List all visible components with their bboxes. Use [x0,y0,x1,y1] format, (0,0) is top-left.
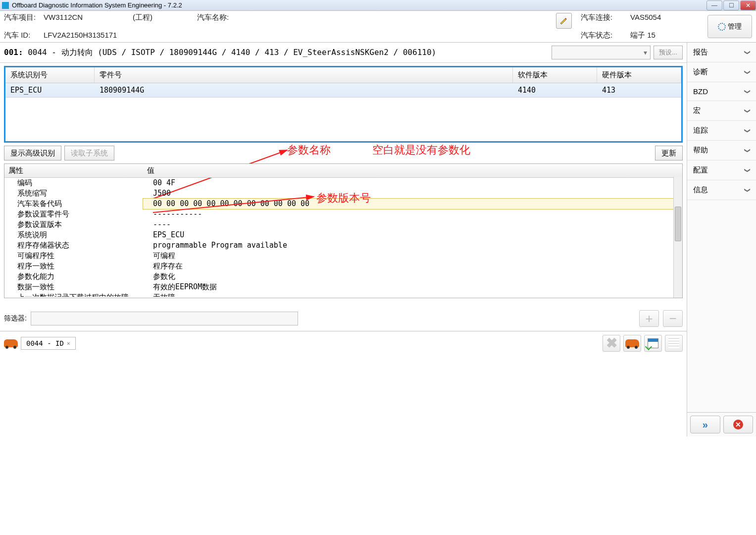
prop-value: 有效的EEPROM数据 [143,282,682,292]
gear-icon [718,23,726,31]
preset-combo[interactable]: ▾ [552,46,651,59]
sidebar-item-label: 追踪 [693,126,708,135]
sidebar-item[interactable]: 追踪❯ [687,121,756,141]
id-label: 汽车 ID: [4,31,44,40]
pencil-icon [559,16,568,25]
edit-name-button[interactable] [556,13,572,29]
chevron-down-icon: ❯ [744,148,751,153]
property-row[interactable]: 编码00 4F [4,178,682,188]
prop-value: ----------- [143,209,682,219]
close-button[interactable]: ✕ [740,0,756,10]
prop-value: 参数化 [143,271,682,282]
tab-close-icon[interactable]: ✕ [67,340,70,347]
expand-button[interactable]: » [690,416,720,433]
sidebar-item[interactable]: 报告❯ [687,43,756,62]
mid-button-row: 显示高级识别 读取子系统 参数名称 空白就是没有参数化 更新 [0,143,687,163]
path-prefix: 001: [4,48,23,57]
property-row[interactable]: 系统缩写J500 [4,188,682,199]
id-value: LFV2A2150H3135171 [44,31,556,40]
cancel-button[interactable]: ✕ [723,416,754,433]
manage-button[interactable]: 管理 [707,15,752,38]
project-label: 汽车项目: [4,13,44,29]
scrollbar[interactable] [673,177,682,298]
add-button[interactable]: + [639,310,659,327]
car-icon [4,339,18,347]
preset-button[interactable]: 预设... [654,46,683,59]
property-row[interactable]: 系统说明EPS_ECU [4,230,682,240]
sidebar: 报告❯诊断❯BZD❯宏❯追踪❯帮助❯配置❯信息❯ » ✕ [687,43,756,436]
chevron-down-icon: ❯ [744,128,751,133]
filter-label: 筛选器: [4,314,27,323]
sidebar-item[interactable]: 帮助❯ [687,141,756,160]
chevron-down-icon: ❯ [744,108,751,113]
show-advanced-button[interactable]: 显示高级识别 [4,146,61,160]
update-button[interactable]: 更新 [655,146,683,160]
property-row[interactable]: 数据一致性有效的EEPROM数据 [4,282,682,292]
prop-name: 程序存储器状态 [4,240,143,251]
bottom-bar: 0044 - ID ✕ ✖ [0,331,687,355]
prop-name: 程序一致性 [4,261,143,271]
property-row[interactable]: 汽车装备代码00 00 00 00 00 00 00 00 00 00 00 0… [4,199,682,209]
prop-value: 无故障 [143,292,682,297]
read-subsystem-button[interactable]: 读取子系统 [64,146,114,160]
sidebar-item[interactable]: 诊断❯ [687,62,756,82]
calendar-check-button[interactable] [644,335,662,352]
chevron-down-icon: ❯ [744,50,751,55]
system-table: 系统识别号 零件号 软件版本 硬件版本 EPS_ECU 180909144G 4… [4,66,683,143]
tab-0044-id[interactable]: 0044 - ID ✕ [21,337,76,350]
double-chevron-icon: » [703,419,708,430]
col-sw-ver: 软件版本 [513,67,597,83]
path-text: 0044 - 动力转向 (UDS / ISOTP / 180909144G / … [28,48,436,57]
header-bar: 汽车项目: VW3112CN (工程) 汽车名称: 汽车连接: VAS5054 … [0,11,756,43]
filter-input[interactable] [31,312,298,325]
table-row[interactable]: EPS_ECU 180909144G 4140 413 [5,83,681,98]
sidebar-item[interactable]: 配置❯ [687,160,756,180]
prop-value: 00 4F [143,178,682,188]
remove-button[interactable]: − [663,310,683,327]
minimize-button[interactable]: — [706,0,722,10]
prop-value: 程序存在 [143,261,682,271]
project-value: VW3112CN [44,13,133,29]
property-row[interactable]: 参数设置零件号----------- [4,209,682,219]
sidebar-item-label: 宏 [693,106,701,115]
prop-name: 上一次数据记录下载过程中的故障 [4,292,143,297]
col-part-no: 零件号 [95,67,513,83]
window-titlebar: Offboard Diagnostic Information System E… [0,0,756,11]
project-note: (工程) [133,13,197,29]
property-row[interactable]: 程序存储器状态programmable Program available [4,240,682,251]
property-row[interactable]: 参数化能力参数化 [4,271,682,282]
col-hw-ver: 硬件版本 [597,67,681,83]
car-icon [625,339,639,347]
cell-hw-ver: 413 [597,83,681,97]
col-value: 值 [143,164,673,177]
property-row[interactable]: 参数设置版本---- [4,219,682,230]
cell-part-no: 180909144G [95,83,513,97]
prop-name: 参数设置版本 [4,219,143,230]
manage-label: 管理 [728,22,742,31]
sidebar-item-label: 配置 [693,165,708,175]
sidebar-item[interactable]: BZD❯ [687,82,756,101]
window-title: Offboard Diagnostic Information System E… [12,1,182,9]
property-row[interactable]: 程序一致性程序存在 [4,261,682,271]
car-button[interactable] [623,335,641,352]
property-row[interactable]: 可编程序性可编程 [4,251,682,261]
sidebar-item[interactable]: 信息❯ [687,180,756,200]
maximize-button[interactable]: ☐ [723,0,739,10]
grid-button[interactable] [665,335,683,352]
col-attr: 属性 [4,164,143,177]
annotation-blank: 空白就是没有参数化 [372,143,470,158]
tab-label: 0044 - ID [26,339,64,347]
chevron-down-icon: ▾ [641,49,650,56]
annotation-param-name: 参数名称 [287,143,331,158]
col-system-id: 系统识别号 [5,67,95,83]
prop-name: 编码 [4,178,143,188]
status-value: 端子 15 [630,31,700,40]
sidebar-item[interactable]: 宏❯ [687,101,756,121]
grid-icon [668,338,679,348]
sidebar-item-label: 帮助 [693,146,708,155]
prop-value: programmable Program available [143,240,682,251]
calendar-icon [648,338,658,348]
prop-name: 数据一致性 [4,282,143,292]
property-row[interactable]: 上一次数据记录下载过程中的故障无故障 [4,292,682,297]
scrollbar-thumb[interactable] [675,207,681,241]
